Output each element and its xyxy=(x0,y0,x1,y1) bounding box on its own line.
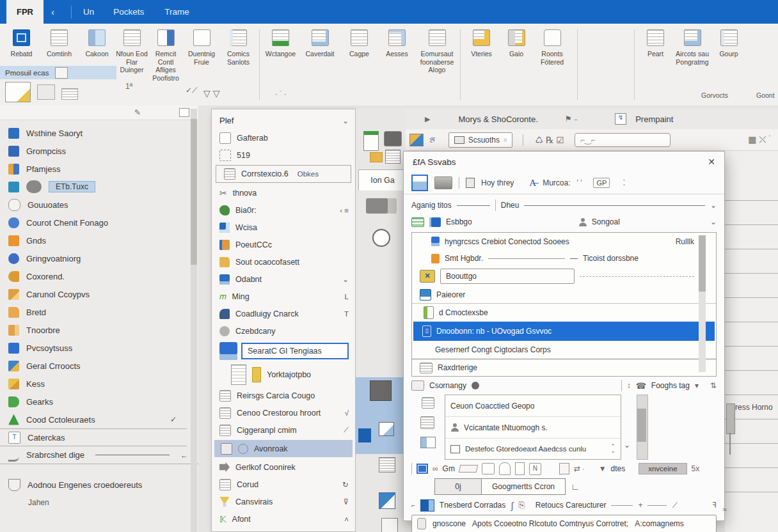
dropdown-arrow[interactable]: ⌄ xyxy=(624,441,630,450)
eraser-icon[interactable] xyxy=(459,465,479,473)
ribbon-button[interactable]: Gaio xyxy=(500,29,532,58)
ribbon-button[interactable]: Eomursaut foonaberse Alogo xyxy=(416,29,458,74)
mail-icon[interactable] xyxy=(409,134,424,146)
blue-tile-icon[interactable] xyxy=(358,428,371,442)
minimize-pane-icon[interactable] xyxy=(179,108,189,117)
notes-icon[interactable] xyxy=(61,88,78,100)
ribbon-button[interactable]: Remcit Contl Afliges Poofistro xyxy=(148,29,184,82)
view-thumbnail-icon[interactable] xyxy=(411,175,428,191)
sidebar-scrollbar-thumb[interactable] xyxy=(191,119,197,265)
menu-item[interactable]: 𝕂Afont˄ xyxy=(212,510,355,528)
ribbon-button[interactable]: Cakoon xyxy=(78,29,116,58)
ribbon-button[interactable]: Vteries xyxy=(463,29,500,58)
sidebar-item[interactable]: Cood Cctoleuraets✓ xyxy=(0,411,198,428)
sidebar-item[interactable]: Kess xyxy=(0,375,198,393)
camera-icon[interactable] xyxy=(384,131,402,146)
checkbox-icon[interactable] xyxy=(450,445,460,453)
ribbon-tab-file[interactable]: FPR xyxy=(6,0,44,24)
blank-page-icon[interactable] xyxy=(381,518,398,532)
menu-item[interactable]: 519 xyxy=(212,146,355,164)
dialog-bottom-input[interactable]: gnoscone Apots Ccoeotno Rlcotuto Comtnyu… xyxy=(411,515,717,532)
gray-button[interactable]: xnvceine xyxy=(639,463,687,474)
field-underline[interactable] xyxy=(457,205,490,206)
grid-icon[interactable]: ▦ ⤬ ˙ xyxy=(748,134,772,145)
terminal-icon[interactable] xyxy=(370,380,392,401)
ribbon-button[interactable]: Wctangoe xyxy=(262,29,299,58)
listbox-row-selected[interactable]: ▯ Dnoobonn: nb - UOvogad Gsvvoc xyxy=(413,322,715,341)
toolbar-item-label[interactable]: Murcoa: xyxy=(543,178,570,187)
sidebar-item[interactable]: Pfamjess xyxy=(0,160,198,178)
list-row[interactable] xyxy=(725,201,778,225)
menu-item[interactable]: Yorktajotpbo xyxy=(212,363,355,387)
menu-item[interactable]: Gerlkof Coonirek xyxy=(212,458,355,476)
boxed-n-icon[interactable]: N xyxy=(529,463,541,475)
list-row[interactable] xyxy=(725,249,778,274)
sidebar-item[interactable]: Grompciss xyxy=(0,142,198,160)
ribbon-button[interactable]: Aircots sau Pongratmg xyxy=(674,29,710,66)
menu-item[interactable]: Coadluigy CnarckT xyxy=(212,305,355,322)
trusted-right-label[interactable]: Retoucs Careucturer xyxy=(536,501,607,510)
list-row[interactable] xyxy=(725,298,778,322)
notes-icon[interactable] xyxy=(385,150,401,164)
list-row[interactable] xyxy=(725,225,778,249)
toolbar-item-label[interactable]: Hoy threy xyxy=(481,178,514,187)
ribbon-button[interactable]: Aesses xyxy=(378,29,416,58)
printer-icon[interactable] xyxy=(366,198,388,214)
pencil-icon[interactable]: ✎ xyxy=(134,108,141,117)
search-input[interactable]: ⌐‿⌐ xyxy=(575,133,671,147)
inner-list-row[interactable]: Vcicantate tNtuomogh s. xyxy=(445,417,621,439)
menu-item-selected[interactable]: Avonroak xyxy=(214,440,353,457)
menu-item[interactable]: Sout ocaocofasett xyxy=(212,253,355,270)
ribbon-button[interactable]: Gourp xyxy=(710,29,747,58)
menu-item[interactable]: Cansvirais⊽ xyxy=(212,493,355,510)
sidebar-item[interactable]: Coxorend. xyxy=(0,267,198,285)
paste-icon[interactable]: ⎘ xyxy=(518,500,525,510)
tag-label[interactable]: Esbbgo xyxy=(446,217,472,226)
sidebar-item[interactable]: Gouuoates xyxy=(0,196,198,214)
menu-item[interactable]: PoeutCCc xyxy=(212,236,355,253)
menu-item[interactable]: Odabnt⌄ xyxy=(212,270,355,288)
inner-scrollbar-thumb[interactable] xyxy=(637,409,646,442)
listbox-row[interactable]: Paieorer xyxy=(412,286,716,304)
listbox-row-input[interactable]: ✕ Boouttgo xyxy=(412,267,716,286)
inner-list-row[interactable]: Ceuon Coacctied Geopo xyxy=(445,395,621,417)
listbox-row[interactable]: Smt Hgbdr. — Ticoist dorssbne xyxy=(412,250,716,267)
menu-item[interactable]: Corud↻ xyxy=(212,476,355,493)
sync-icon[interactable]: ↯ xyxy=(615,113,626,125)
menu-item[interactable]: Czebdcany xyxy=(212,322,355,340)
attach-icon[interactable] xyxy=(37,84,55,100)
sidebar-item[interactable]: Gnds xyxy=(0,231,198,249)
list-row[interactable] xyxy=(725,444,778,468)
list-row[interactable] xyxy=(725,274,778,298)
tab-ion-ga[interactable]: Ion Ga xyxy=(358,169,407,191)
menu-item-focused[interactable]: SearatC GI Tengiaas xyxy=(212,340,355,363)
chevron-down-icon[interactable]: ⌄ xyxy=(710,217,717,226)
ribbon-button[interactable]: Peart xyxy=(637,29,674,58)
clock-icon[interactable] xyxy=(372,229,390,247)
menu-item[interactable]: 𝑚MingL xyxy=(212,288,355,305)
menu-item[interactable]: Cenoo Crestorou hroort√ xyxy=(212,404,355,421)
menu-item[interactable]: Wcisa xyxy=(212,219,355,236)
listbox-row[interactable]: hyngrcscs Crebiot Conectod Sooees Rulllk xyxy=(412,233,716,250)
list-row[interactable] xyxy=(725,176,778,201)
list-row[interactable] xyxy=(725,322,778,347)
sidebar-item[interactable]: Aodnou Engenes croedoereuts xyxy=(0,476,198,494)
menu-item-boxed[interactable]: Corrstexcio.6Obkes xyxy=(216,165,351,183)
ribbon-button[interactable]: Rebatd xyxy=(3,29,40,58)
list-row[interactable] xyxy=(725,371,778,395)
sidebar-item[interactable]: Gringvoatniorg xyxy=(0,249,198,267)
listbox-row[interactable]: Raxdrterige xyxy=(412,359,716,376)
sidebar-item-selected[interactable]: ETb.Tuxc xyxy=(0,178,198,196)
list-row[interactable] xyxy=(725,151,778,176)
ribbon-button[interactable]: Caverdait xyxy=(299,29,340,58)
gp-badge[interactable]: GP xyxy=(593,178,610,188)
field-underline[interactable] xyxy=(524,205,705,206)
grid-blue-icon[interactable] xyxy=(417,464,428,474)
view-gray-icon[interactable] xyxy=(434,176,452,189)
sidebar-item[interactable]: Gearks xyxy=(0,393,198,411)
listbox-scrollbar-thumb[interactable] xyxy=(699,235,706,292)
blank-icon[interactable] xyxy=(515,462,525,475)
sidebar-item[interactable]: Pvcsoytsuss xyxy=(0,339,198,357)
list-row[interactable] xyxy=(725,347,778,371)
ribbon-tab[interactable]: Trame xyxy=(164,7,189,17)
